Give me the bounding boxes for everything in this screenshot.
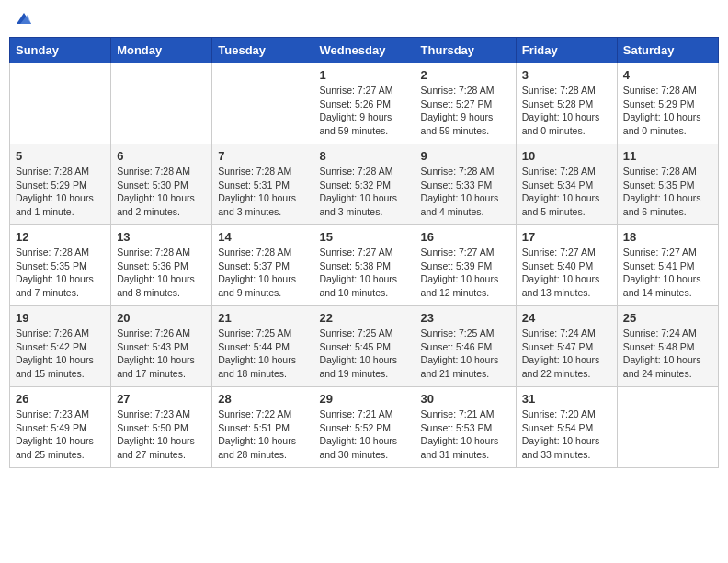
day-number: 3 [522, 68, 611, 82]
day-info: Sunrise: 7:24 AM Sunset: 5:47 PM Dayligh… [522, 327, 611, 381]
day-number: 18 [623, 230, 712, 244]
day-info: Sunrise: 7:25 AM Sunset: 5:46 PM Dayligh… [421, 327, 510, 381]
day-number: 6 [117, 149, 206, 163]
day-number: 11 [623, 149, 712, 163]
day-info: Sunrise: 7:25 AM Sunset: 5:44 PM Dayligh… [218, 327, 307, 381]
weekday-header-wednesday: Wednesday [313, 38, 415, 63]
day-info: Sunrise: 7:20 AM Sunset: 5:54 PM Dayligh… [522, 408, 611, 462]
day-info: Sunrise: 7:27 AM Sunset: 5:40 PM Dayligh… [522, 246, 611, 300]
calendar-cell: 8Sunrise: 7:28 AM Sunset: 5:32 PM Daylig… [313, 144, 415, 225]
week-row-2: 5Sunrise: 7:28 AM Sunset: 5:29 PM Daylig… [10, 144, 719, 225]
week-row-4: 19Sunrise: 7:26 AM Sunset: 5:42 PM Dayli… [10, 306, 719, 387]
calendar-cell: 6Sunrise: 7:28 AM Sunset: 5:30 PM Daylig… [111, 144, 212, 225]
day-number: 22 [319, 311, 408, 325]
day-info: Sunrise: 7:27 AM Sunset: 5:26 PM Dayligh… [319, 84, 408, 138]
page-header [9, 9, 719, 29]
day-info: Sunrise: 7:26 AM Sunset: 5:43 PM Dayligh… [117, 327, 206, 381]
calendar-cell: 10Sunrise: 7:28 AM Sunset: 5:34 PM Dayli… [516, 144, 617, 225]
day-number: 26 [16, 392, 105, 406]
day-number: 12 [16, 230, 105, 244]
day-info: Sunrise: 7:21 AM Sunset: 5:52 PM Dayligh… [319, 408, 408, 462]
day-info: Sunrise: 7:27 AM Sunset: 5:41 PM Dayligh… [623, 246, 712, 300]
calendar-cell: 12Sunrise: 7:28 AM Sunset: 5:35 PM Dayli… [10, 225, 111, 306]
day-number: 30 [421, 392, 510, 406]
calendar-cell: 20Sunrise: 7:26 AM Sunset: 5:43 PM Dayli… [111, 306, 212, 387]
calendar-cell: 18Sunrise: 7:27 AM Sunset: 5:41 PM Dayli… [617, 225, 718, 306]
calendar-cell: 27Sunrise: 7:23 AM Sunset: 5:50 PM Dayli… [111, 387, 212, 468]
day-info: Sunrise: 7:27 AM Sunset: 5:38 PM Dayligh… [319, 246, 408, 300]
calendar-cell: 30Sunrise: 7:21 AM Sunset: 5:53 PM Dayli… [415, 387, 516, 468]
day-number: 29 [319, 392, 408, 406]
day-info: Sunrise: 7:27 AM Sunset: 5:39 PM Dayligh… [421, 246, 510, 300]
calendar-cell: 13Sunrise: 7:28 AM Sunset: 5:36 PM Dayli… [111, 225, 212, 306]
calendar-cell: 16Sunrise: 7:27 AM Sunset: 5:39 PM Dayli… [415, 225, 516, 306]
day-number: 1 [319, 68, 408, 82]
weekday-header-tuesday: Tuesday [212, 38, 313, 63]
day-info: Sunrise: 7:28 AM Sunset: 5:35 PM Dayligh… [16, 246, 105, 300]
day-info: Sunrise: 7:28 AM Sunset: 5:31 PM Dayligh… [218, 165, 307, 219]
calendar-cell: 17Sunrise: 7:27 AM Sunset: 5:40 PM Dayli… [516, 225, 617, 306]
calendar-cell: 19Sunrise: 7:26 AM Sunset: 5:42 PM Dayli… [10, 306, 111, 387]
calendar-cell: 24Sunrise: 7:24 AM Sunset: 5:47 PM Dayli… [516, 306, 617, 387]
day-info: Sunrise: 7:24 AM Sunset: 5:48 PM Dayligh… [623, 327, 712, 381]
week-row-5: 26Sunrise: 7:23 AM Sunset: 5:49 PM Dayli… [10, 387, 719, 468]
calendar-cell: 25Sunrise: 7:24 AM Sunset: 5:48 PM Dayli… [617, 306, 718, 387]
day-number: 2 [421, 68, 510, 82]
calendar-cell [212, 63, 313, 144]
day-number: 31 [522, 392, 611, 406]
day-number: 5 [16, 149, 105, 163]
day-info: Sunrise: 7:28 AM Sunset: 5:27 PM Dayligh… [421, 84, 510, 138]
calendar-cell: 28Sunrise: 7:22 AM Sunset: 5:51 PM Dayli… [212, 387, 313, 468]
day-number: 24 [522, 311, 611, 325]
calendar-cell [617, 387, 718, 468]
day-number: 7 [218, 149, 307, 163]
weekday-header-friday: Friday [516, 38, 617, 63]
day-number: 10 [522, 149, 611, 163]
day-number: 27 [117, 392, 206, 406]
day-number: 17 [522, 230, 611, 244]
day-info: Sunrise: 7:28 AM Sunset: 5:35 PM Dayligh… [623, 165, 712, 219]
calendar-cell: 1Sunrise: 7:27 AM Sunset: 5:26 PM Daylig… [313, 63, 415, 144]
logo-icon [15, 9, 33, 28]
calendar-cell [10, 63, 111, 144]
weekday-header-thursday: Thursday [415, 38, 516, 63]
weekday-header-monday: Monday [111, 38, 212, 63]
day-number: 15 [319, 230, 408, 244]
calendar-cell: 23Sunrise: 7:25 AM Sunset: 5:46 PM Dayli… [415, 306, 516, 387]
day-info: Sunrise: 7:28 AM Sunset: 5:33 PM Dayligh… [421, 165, 510, 219]
day-number: 14 [218, 230, 307, 244]
week-row-1: 1Sunrise: 7:27 AM Sunset: 5:26 PM Daylig… [10, 63, 719, 144]
day-info: Sunrise: 7:28 AM Sunset: 5:29 PM Dayligh… [623, 84, 712, 138]
calendar-cell: 11Sunrise: 7:28 AM Sunset: 5:35 PM Dayli… [617, 144, 718, 225]
weekday-header-saturday: Saturday [617, 38, 718, 63]
day-number: 8 [319, 149, 408, 163]
calendar-cell: 22Sunrise: 7:25 AM Sunset: 5:45 PM Dayli… [313, 306, 415, 387]
day-info: Sunrise: 7:21 AM Sunset: 5:53 PM Dayligh… [421, 408, 510, 462]
day-info: Sunrise: 7:28 AM Sunset: 5:36 PM Dayligh… [117, 246, 206, 300]
day-number: 19 [16, 311, 105, 325]
day-info: Sunrise: 7:28 AM Sunset: 5:30 PM Dayligh… [117, 165, 206, 219]
day-info: Sunrise: 7:23 AM Sunset: 5:49 PM Dayligh… [16, 408, 105, 462]
calendar-cell: 3Sunrise: 7:28 AM Sunset: 5:28 PM Daylig… [516, 63, 617, 144]
day-info: Sunrise: 7:28 AM Sunset: 5:29 PM Dayligh… [16, 165, 105, 219]
calendar-cell: 9Sunrise: 7:28 AM Sunset: 5:33 PM Daylig… [415, 144, 516, 225]
calendar-cell: 31Sunrise: 7:20 AM Sunset: 5:54 PM Dayli… [516, 387, 617, 468]
day-number: 4 [623, 68, 712, 82]
calendar-table: SundayMondayTuesdayWednesdayThursdayFrid… [9, 37, 719, 468]
day-number: 20 [117, 311, 206, 325]
calendar-cell: 2Sunrise: 7:28 AM Sunset: 5:27 PM Daylig… [415, 63, 516, 144]
calendar-cell: 5Sunrise: 7:28 AM Sunset: 5:29 PM Daylig… [10, 144, 111, 225]
calendar-cell: 15Sunrise: 7:27 AM Sunset: 5:38 PM Dayli… [313, 225, 415, 306]
calendar-cell: 4Sunrise: 7:28 AM Sunset: 5:29 PM Daylig… [617, 63, 718, 144]
day-number: 16 [421, 230, 510, 244]
day-number: 21 [218, 311, 307, 325]
weekday-header-sunday: Sunday [10, 38, 111, 63]
day-info: Sunrise: 7:28 AM Sunset: 5:34 PM Dayligh… [522, 165, 611, 219]
week-row-3: 12Sunrise: 7:28 AM Sunset: 5:35 PM Dayli… [10, 225, 719, 306]
calendar-cell: 7Sunrise: 7:28 AM Sunset: 5:31 PM Daylig… [212, 144, 313, 225]
day-number: 23 [421, 311, 510, 325]
calendar-cell: 26Sunrise: 7:23 AM Sunset: 5:49 PM Dayli… [10, 387, 111, 468]
day-number: 9 [421, 149, 510, 163]
day-info: Sunrise: 7:28 AM Sunset: 5:37 PM Dayligh… [218, 246, 307, 300]
day-info: Sunrise: 7:28 AM Sunset: 5:28 PM Dayligh… [522, 84, 611, 138]
